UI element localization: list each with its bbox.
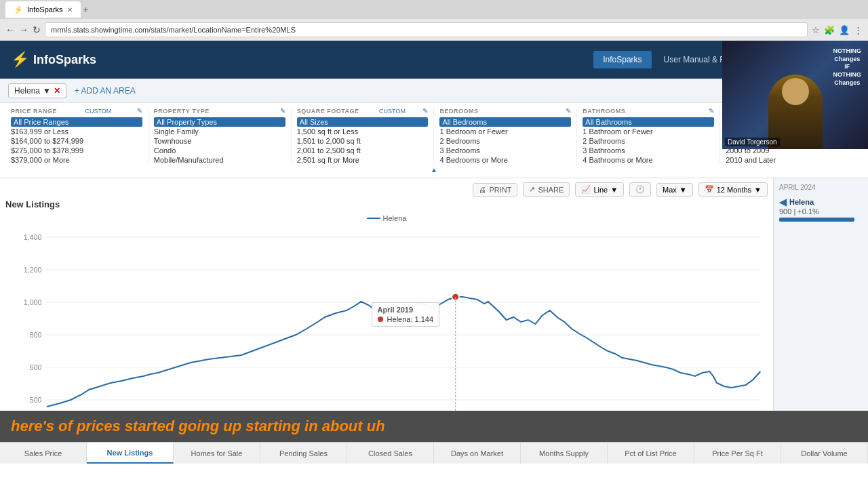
tab-months-supply[interactable]: Months Supply [521,443,608,464]
reload-button[interactable]: ↻ [33,24,41,35]
filter-property-label: PROPERTY TYPE [154,108,210,115]
filter-sqft-all[interactable]: All Sizes [297,117,429,127]
back-button[interactable]: ← [5,24,15,35]
tab-pending-sales[interactable]: Pending Sales [260,443,347,464]
filter-sqft-3[interactable]: 2,001 to 2,500 sq ft [297,146,429,155]
filter-property-1[interactable]: Single Family [154,127,285,136]
chart-type-label: Line [593,186,608,194]
share-icon: ↗ [529,185,535,194]
tab-sales-price[interactable]: Sales Price [0,443,87,464]
share-label: SHARE [538,186,564,194]
location-dropdown-icon: ▼ [43,86,51,96]
right-panel: APRIL 2024 ◀ Helena 900 | +0.1% [773,178,868,411]
filter-bath-all[interactable]: All Bathrooms [583,117,714,127]
tab-closed-sales[interactable]: Closed Sales [347,443,434,464]
logo-icon: ⚡ [11,51,29,68]
filter-bath-3[interactable]: 3 Bathrooms [583,146,714,155]
tab-dollar-volume[interactable]: Dollar Volume [781,443,868,464]
time-icon-btn[interactable]: 🕐 [629,182,651,197]
months-dropdown-icon: ▼ [754,186,762,194]
caption-text: here's of prices started going up starti… [11,418,385,434]
filter-bath-2[interactable]: 2 Bathrooms [583,136,714,146]
filter-bed-all[interactable]: All Bedrooms [439,117,571,127]
filter-bed-1[interactable]: 1 Bedroom or Fewer [439,127,571,136]
bookmark-icon[interactable]: ☆ [812,25,820,35]
location-selector[interactable]: Helena ▼ ✕ [8,83,66,98]
print-label: PRINT [489,186,511,194]
filter-property-4[interactable]: Mobile/Manufactured [154,155,285,165]
location-clear-icon[interactable]: ✕ [54,86,60,96]
chart-and-panel: 🖨 PRINT ↗ SHARE 📈 Line ▼ 🕐 Max ▼ [0,178,868,411]
filter-price-1[interactable]: $163,999 or Less [11,127,142,136]
panel-date: APRIL 2024 [779,184,863,191]
browser-tab[interactable]: ⚡ InfoSparks ✕ [5,1,81,18]
tab-title: InfoSparks [27,5,63,14]
caption-bar: here's of prices started going up starti… [0,411,868,442]
new-tab-button[interactable]: + [83,4,89,15]
max-label: Max [663,186,677,194]
tab-new-listings[interactable]: New Listings [87,443,174,464]
tab-close-button[interactable]: ✕ [67,6,73,14]
tab-price-per-sqft[interactable]: Price Per Sq Ft [694,443,781,464]
filter-bath-4[interactable]: 4 Bathrooms or More [583,155,714,165]
filter-bed-2[interactable]: 2 Bedrooms [439,136,571,146]
svg-text:600: 600 [30,364,42,371]
legend-label: Helena [383,214,407,222]
filter-price-3[interactable]: $275,000 to $378,999 [11,146,142,155]
filter-bath-label: BATHROOMS [583,108,625,115]
tab-homes-for-sale[interactable]: Homes for Sale [174,443,260,464]
filter-sqft-header: SQUARE FOOTAGE CUSTOM ✎ [297,107,429,115]
filter-property-edit-icon[interactable]: ✎ [280,107,285,115]
months-label: 12 Months [717,186,751,194]
tab-bar: ⚡ InfoSparks ✕ + [0,0,868,19]
forward-button[interactable]: → [19,24,28,35]
filter-price-edit-icon[interactable]: ✎ [137,107,142,115]
tab-days-on-market[interactable]: Days on Market [434,443,521,464]
months-selector[interactable]: 📅 12 Months ▼ [698,182,768,197]
filter-price-4[interactable]: $379,000 or More [11,155,142,165]
chart-controls: 🖨 PRINT ↗ SHARE 📈 Line ▼ 🕐 Max ▼ [5,182,768,197]
panel-arrow-icon: ◀ [779,197,787,207]
print-button[interactable]: 🖨 PRINT [473,183,517,197]
chart-type-dropdown-icon: ▼ [610,186,618,194]
legend-line [367,218,380,219]
filter-sqft-edit-icon[interactable]: ✎ [422,107,428,115]
filter-bath-1[interactable]: 1 Bathroom or Fewer [583,127,714,136]
filter-sqft-1[interactable]: 1,500 sq ft or Less [297,127,429,136]
filter-bed-3[interactable]: 3 Bedrooms [439,146,571,155]
filter-bath-header: BATHROOMS ✎ [583,107,714,115]
logo: ⚡ InfoSparks [11,51,96,68]
extensions-icon[interactable]: 🧩 [824,25,835,35]
nav-infosparks[interactable]: InfoSparks [593,51,651,68]
filter-price-range: PRICE RANGE CUSTOM ✎ All Price Ranges $1… [5,107,149,165]
filter-sqft-4[interactable]: 2,501 sq ft or More [297,155,429,165]
browser-bar: ⚡ InfoSparks ✕ + ← → ↻ ☆ 🧩 👤 ⋮ [0,0,868,41]
app-header: ⚡ InfoSparks InfoSparks User Manual & FA… [0,41,868,79]
filter-property-type: PROPERTY TYPE ✎ All Property Types Singl… [149,107,292,165]
url-bar[interactable] [45,22,808,37]
filter-bed-edit-icon[interactable]: ✎ [566,107,571,115]
filter-sqft-2[interactable]: 1,501 to 2,000 sq ft [297,136,429,146]
menu-icon[interactable]: ⋮ [854,25,863,35]
browser-nav-bar: ← → ↻ ☆ 🧩 👤 ⋮ [0,19,868,41]
filter-property-all[interactable]: All Property Types [154,117,285,127]
tab-favicon: ⚡ [14,5,23,14]
filter-bed-4[interactable]: 4 Bedrooms or More [439,155,571,165]
panel-area-label: Helena [789,198,814,206]
filter-bath-edit-icon[interactable]: ✎ [709,107,714,115]
profile-icon[interactable]: 👤 [839,25,850,35]
add-area-button[interactable]: ADD AN AREA [75,86,136,96]
filter-collapse-button[interactable]: ▲ [0,165,868,175]
chart-type-selector[interactable]: 📈 Line ▼ [575,182,624,197]
share-button[interactable]: ↗ SHARE [523,182,570,197]
filter-price-2[interactable]: $164,000 to $274,999 [11,136,142,146]
tab-pct-list-price[interactable]: Pct of List Price [608,443,694,464]
video-overlay: NOTHINGChangesIFNOTHINGChanges David Tor… [722,41,868,149]
filter-year-4[interactable]: 2010 and Later [726,155,857,165]
max-selector[interactable]: Max ▼ [656,183,693,197]
filter-property-2[interactable]: Townhouse [154,136,285,146]
line-icon: 📈 [581,185,591,194]
filter-price-all[interactable]: All Price Ranges [11,117,142,127]
filter-property-3[interactable]: Condo [154,146,285,155]
svg-text:500: 500 [30,396,42,404]
